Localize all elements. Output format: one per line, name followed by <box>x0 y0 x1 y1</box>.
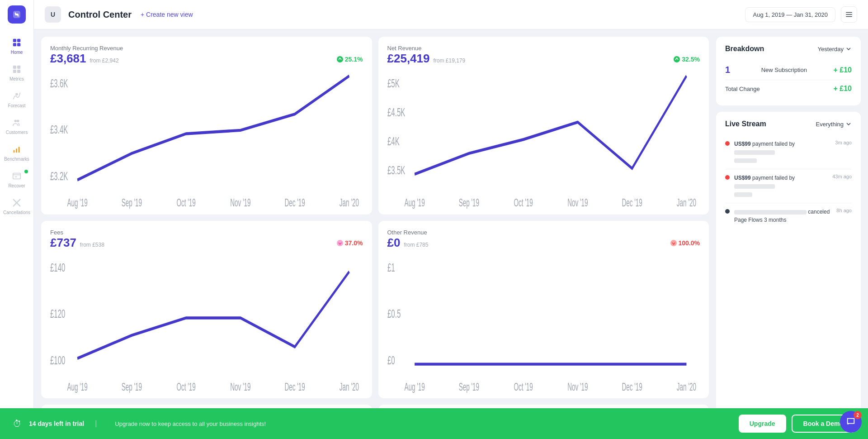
fees-badge: 37.0% <box>337 239 363 247</box>
sidebar-item-forecast[interactable]: Forecast <box>0 86 33 113</box>
chat-bubble[interactable]: 2 <box>840 411 862 433</box>
breakdown-row-subscription: 1 New Subscription + £10 <box>725 60 852 80</box>
svg-text:Oct '19: Oct '19 <box>514 381 533 393</box>
svg-point-1 <box>18 15 19 17</box>
banner-message: Upgrade now to keep access to all your b… <box>115 420 266 427</box>
logo[interactable] <box>8 5 26 24</box>
svg-rect-7 <box>17 66 20 69</box>
date-range-picker[interactable]: Aug 1, 2019 — Jan 31, 2020 <box>745 7 835 22</box>
other-revenue-change: 100.0% <box>679 239 700 247</box>
svg-rect-5 <box>17 43 20 46</box>
sidebar-item-label-forecast: Forecast <box>8 103 26 108</box>
sidebar-item-home[interactable]: Home <box>0 33 33 59</box>
main-area: U Control Center + Create new view Aug 1… <box>34 0 868 439</box>
stream-time-1: 3m ago <box>835 140 852 145</box>
svg-point-12 <box>17 120 19 123</box>
net-revenue-from: from £19,179 <box>433 57 465 64</box>
svg-text:£1: £1 <box>387 261 395 274</box>
svg-text:Jan '20: Jan '20 <box>340 197 359 209</box>
content-area: Monthly Recurring Revenue £3,681 from £2… <box>34 29 868 439</box>
mrr-value: £3,681 <box>50 52 86 66</box>
svg-text:£140: £140 <box>50 261 65 274</box>
net-revenue-card: Net Revenue £25,419 from £19,179 32.5% £… <box>378 37 709 215</box>
mrr-value-row: £3,681 from £2,942 25.1% <box>50 52 363 67</box>
sidebar-item-label-recover: Recover <box>8 183 25 188</box>
svg-text:Sep '19: Sep '19 <box>458 381 479 393</box>
recover-icon <box>11 171 22 181</box>
breakdown-title: Breakdown <box>725 45 764 53</box>
fees-change: 37.0% <box>345 239 363 247</box>
recover-notification-dot <box>24 170 28 173</box>
breakdown-card: Breakdown Yesterday 1 New Subscription +… <box>716 37 861 105</box>
svg-rect-17 <box>14 177 17 177</box>
create-new-view-button[interactable]: + Create new view <box>141 11 193 18</box>
stream-time-3: 8h ago <box>836 208 852 213</box>
svg-text:£120: £120 <box>50 307 65 320</box>
svg-rect-2 <box>13 39 16 42</box>
svg-text:£0.5: £0.5 <box>387 307 401 320</box>
mrr-chart: £3.6K £3.4K £3.2K Aug '19 Sep '19 Oct '1… <box>50 70 363 209</box>
svg-text:Dec '19: Dec '19 <box>622 197 642 209</box>
stream-subtext-3: Page Flows 3 months <box>734 217 786 223</box>
svg-rect-3 <box>17 39 20 42</box>
breakdown-dropdown[interactable]: Yesterday <box>818 46 852 52</box>
header: U Control Center + Create new view Aug 1… <box>34 0 868 29</box>
page-title: Control Center <box>68 10 132 20</box>
stream-dot-3 <box>725 209 730 214</box>
svg-text:£0: £0 <box>387 353 395 366</box>
sidebar: Home Metrics Forecast <box>0 0 34 439</box>
breakdown-label-total: Total Change <box>725 86 760 92</box>
stream-blur-name-3 <box>734 210 807 215</box>
svg-point-55 <box>670 240 677 246</box>
svg-text:Jan '20: Jan '20 <box>676 197 696 209</box>
stream-item-3: canceled Page Flows 3 months 8h ago <box>725 203 852 229</box>
other-revenue-badge: 100.0% <box>670 239 700 247</box>
svg-text:Oct '19: Oct '19 <box>176 197 195 209</box>
sidebar-item-customers[interactable]: Customers <box>0 113 33 139</box>
svg-text:Oct '19: Oct '19 <box>514 197 533 209</box>
live-stream-dropdown[interactable]: Everything <box>816 121 852 128</box>
mrr-from: from £2,942 <box>90 57 119 64</box>
svg-point-0 <box>15 13 16 14</box>
svg-point-45 <box>337 240 343 246</box>
net-revenue-change: 32.5% <box>682 56 700 63</box>
metrics-icon <box>11 64 22 75</box>
other-revenue-from: from £785 <box>404 242 428 248</box>
svg-text:Aug '19: Aug '19 <box>404 381 425 393</box>
live-stream-header: Live Stream Everything <box>725 120 852 128</box>
fees-from: from £538 <box>80 242 104 248</box>
svg-text:Dec '19: Dec '19 <box>622 381 642 393</box>
sidebar-item-label-benchmarks: Benchmarks <box>4 157 29 162</box>
mrr-title: Monthly Recurring Revenue <box>50 45 363 52</box>
sidebar-item-recover[interactable]: Recover <box>0 166 33 193</box>
sidebar-item-metrics[interactable]: Metrics <box>0 59 33 86</box>
sidebar-item-label-customers: Customers <box>6 130 28 135</box>
svg-text:Nov '19: Nov '19 <box>230 381 250 393</box>
svg-text:Nov '19: Nov '19 <box>567 381 588 393</box>
live-stream-card: Live Stream Everything US$99 payment fai… <box>716 112 861 432</box>
svg-text:Aug '19: Aug '19 <box>404 197 425 209</box>
live-stream-title: Live Stream <box>725 120 766 128</box>
svg-text:Nov '19: Nov '19 <box>230 197 250 209</box>
customers-icon <box>11 117 22 128</box>
svg-point-11 <box>14 120 17 123</box>
svg-text:£3.6K: £3.6K <box>50 77 68 90</box>
sidebar-item-benchmarks[interactable]: Benchmarks <box>0 139 33 166</box>
other-revenue-card: Other Revenue £0 from £785 100.0% £1 £0.… <box>378 221 709 399</box>
stream-blur-name-2 <box>734 184 775 189</box>
upgrade-button[interactable]: Upgrade <box>739 415 786 433</box>
mrr-card: Monthly Recurring Revenue £3,681 from £2… <box>41 37 372 215</box>
menu-button[interactable] <box>841 6 857 23</box>
svg-rect-14 <box>16 148 17 153</box>
breakdown-label-subscription: New Subscription <box>761 67 807 73</box>
stream-time-2: 43m ago <box>832 174 852 179</box>
stream-dot-2 <box>725 175 730 180</box>
sidebar-item-label-home: Home <box>11 50 23 55</box>
breakdown-amount-total: + £10 <box>834 85 852 93</box>
svg-point-10 <box>15 93 18 96</box>
banner-buttons: Upgrade Book a Demo <box>739 415 855 433</box>
fees-value-row: £737 from £538 37.0% <box>50 236 363 251</box>
breakdown-row-total: Total Change + £10 <box>725 80 852 97</box>
svg-text:Sep '19: Sep '19 <box>122 381 142 393</box>
sidebar-item-cancellations[interactable]: Cancellations <box>0 193 33 220</box>
